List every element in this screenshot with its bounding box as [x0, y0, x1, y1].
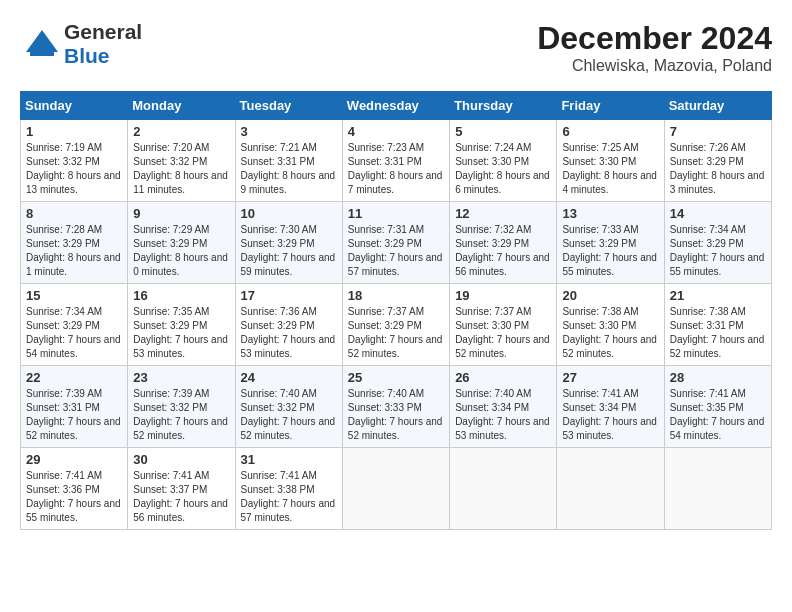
day-cell-16: 16 Sunrise: 7:35 AMSunset: 3:29 PMDaylig…	[128, 284, 235, 366]
col-header-wednesday: Wednesday	[342, 92, 449, 120]
day-info: Sunrise: 7:37 AMSunset: 3:30 PMDaylight:…	[455, 306, 550, 359]
day-info: Sunrise: 7:37 AMSunset: 3:29 PMDaylight:…	[348, 306, 443, 359]
day-cell-7: 7 Sunrise: 7:26 AMSunset: 3:29 PMDayligh…	[664, 120, 771, 202]
day-info: Sunrise: 7:29 AMSunset: 3:29 PMDaylight:…	[133, 224, 228, 277]
day-number: 11	[348, 206, 444, 221]
empty-cell	[342, 448, 449, 530]
day-number: 29	[26, 452, 122, 467]
day-cell-15: 15 Sunrise: 7:34 AMSunset: 3:29 PMDaylig…	[21, 284, 128, 366]
day-cell-24: 24 Sunrise: 7:40 AMSunset: 3:32 PMDaylig…	[235, 366, 342, 448]
day-cell-22: 22 Sunrise: 7:39 AMSunset: 3:31 PMDaylig…	[21, 366, 128, 448]
empty-cell	[557, 448, 664, 530]
logo-blue: Blue	[64, 44, 110, 68]
day-cell-19: 19 Sunrise: 7:37 AMSunset: 3:30 PMDaylig…	[450, 284, 557, 366]
day-number: 31	[241, 452, 337, 467]
day-number: 18	[348, 288, 444, 303]
day-number: 8	[26, 206, 122, 221]
logo: General Blue	[20, 20, 142, 68]
day-cell-17: 17 Sunrise: 7:36 AMSunset: 3:29 PMDaylig…	[235, 284, 342, 366]
day-number: 6	[562, 124, 658, 139]
day-info: Sunrise: 7:34 AMSunset: 3:29 PMDaylight:…	[670, 224, 765, 277]
day-cell-6: 6 Sunrise: 7:25 AMSunset: 3:30 PMDayligh…	[557, 120, 664, 202]
day-number: 20	[562, 288, 658, 303]
day-number: 17	[241, 288, 337, 303]
day-info: Sunrise: 7:35 AMSunset: 3:29 PMDaylight:…	[133, 306, 228, 359]
day-number: 27	[562, 370, 658, 385]
day-number: 16	[133, 288, 229, 303]
day-info: Sunrise: 7:41 AMSunset: 3:37 PMDaylight:…	[133, 470, 228, 523]
calendar-table: SundayMondayTuesdayWednesdayThursdayFrid…	[20, 91, 772, 530]
col-header-sunday: Sunday	[21, 92, 128, 120]
day-number: 28	[670, 370, 766, 385]
day-cell-1: 1 Sunrise: 7:19 AMSunset: 3:32 PMDayligh…	[21, 120, 128, 202]
day-number: 13	[562, 206, 658, 221]
day-number: 30	[133, 452, 229, 467]
empty-cell	[450, 448, 557, 530]
day-cell-20: 20 Sunrise: 7:38 AMSunset: 3:30 PMDaylig…	[557, 284, 664, 366]
calendar-header-row: SundayMondayTuesdayWednesdayThursdayFrid…	[21, 92, 772, 120]
week-row-3: 15 Sunrise: 7:34 AMSunset: 3:29 PMDaylig…	[21, 284, 772, 366]
day-number: 1	[26, 124, 122, 139]
day-cell-23: 23 Sunrise: 7:39 AMSunset: 3:32 PMDaylig…	[128, 366, 235, 448]
day-number: 15	[26, 288, 122, 303]
day-number: 23	[133, 370, 229, 385]
day-info: Sunrise: 7:28 AMSunset: 3:29 PMDaylight:…	[26, 224, 121, 277]
month-title: December 2024	[537, 20, 772, 57]
day-info: Sunrise: 7:31 AMSunset: 3:29 PMDaylight:…	[348, 224, 443, 277]
day-info: Sunrise: 7:24 AMSunset: 3:30 PMDaylight:…	[455, 142, 550, 195]
day-info: Sunrise: 7:38 AMSunset: 3:31 PMDaylight:…	[670, 306, 765, 359]
day-cell-27: 27 Sunrise: 7:41 AMSunset: 3:34 PMDaylig…	[557, 366, 664, 448]
day-cell-26: 26 Sunrise: 7:40 AMSunset: 3:34 PMDaylig…	[450, 366, 557, 448]
day-number: 9	[133, 206, 229, 221]
day-cell-25: 25 Sunrise: 7:40 AMSunset: 3:33 PMDaylig…	[342, 366, 449, 448]
day-cell-11: 11 Sunrise: 7:31 AMSunset: 3:29 PMDaylig…	[342, 202, 449, 284]
day-info: Sunrise: 7:38 AMSunset: 3:30 PMDaylight:…	[562, 306, 657, 359]
col-header-thursday: Thursday	[450, 92, 557, 120]
col-header-monday: Monday	[128, 92, 235, 120]
empty-cell	[664, 448, 771, 530]
day-number: 22	[26, 370, 122, 385]
day-info: Sunrise: 7:40 AMSunset: 3:32 PMDaylight:…	[241, 388, 336, 441]
day-number: 25	[348, 370, 444, 385]
day-cell-8: 8 Sunrise: 7:28 AMSunset: 3:29 PMDayligh…	[21, 202, 128, 284]
day-info: Sunrise: 7:39 AMSunset: 3:31 PMDaylight:…	[26, 388, 121, 441]
day-number: 12	[455, 206, 551, 221]
day-cell-18: 18 Sunrise: 7:37 AMSunset: 3:29 PMDaylig…	[342, 284, 449, 366]
day-cell-3: 3 Sunrise: 7:21 AMSunset: 3:31 PMDayligh…	[235, 120, 342, 202]
day-cell-31: 31 Sunrise: 7:41 AMSunset: 3:38 PMDaylig…	[235, 448, 342, 530]
location-title: Chlewiska, Mazovia, Poland	[537, 57, 772, 75]
day-info: Sunrise: 7:33 AMSunset: 3:29 PMDaylight:…	[562, 224, 657, 277]
day-number: 24	[241, 370, 337, 385]
day-cell-2: 2 Sunrise: 7:20 AMSunset: 3:32 PMDayligh…	[128, 120, 235, 202]
day-cell-29: 29 Sunrise: 7:41 AMSunset: 3:36 PMDaylig…	[21, 448, 128, 530]
day-info: Sunrise: 7:34 AMSunset: 3:29 PMDaylight:…	[26, 306, 121, 359]
day-info: Sunrise: 7:25 AMSunset: 3:30 PMDaylight:…	[562, 142, 657, 195]
day-info: Sunrise: 7:20 AMSunset: 3:32 PMDaylight:…	[133, 142, 228, 195]
day-info: Sunrise: 7:30 AMSunset: 3:29 PMDaylight:…	[241, 224, 336, 277]
day-number: 5	[455, 124, 551, 139]
col-header-tuesday: Tuesday	[235, 92, 342, 120]
col-header-friday: Friday	[557, 92, 664, 120]
day-cell-10: 10 Sunrise: 7:30 AMSunset: 3:29 PMDaylig…	[235, 202, 342, 284]
svg-rect-1	[30, 50, 54, 56]
week-row-2: 8 Sunrise: 7:28 AMSunset: 3:29 PMDayligh…	[21, 202, 772, 284]
day-cell-13: 13 Sunrise: 7:33 AMSunset: 3:29 PMDaylig…	[557, 202, 664, 284]
day-info: Sunrise: 7:41 AMSunset: 3:35 PMDaylight:…	[670, 388, 765, 441]
day-number: 19	[455, 288, 551, 303]
day-cell-12: 12 Sunrise: 7:32 AMSunset: 3:29 PMDaylig…	[450, 202, 557, 284]
day-cell-14: 14 Sunrise: 7:34 AMSunset: 3:29 PMDaylig…	[664, 202, 771, 284]
col-header-saturday: Saturday	[664, 92, 771, 120]
day-info: Sunrise: 7:41 AMSunset: 3:36 PMDaylight:…	[26, 470, 121, 523]
day-number: 7	[670, 124, 766, 139]
day-cell-28: 28 Sunrise: 7:41 AMSunset: 3:35 PMDaylig…	[664, 366, 771, 448]
week-row-4: 22 Sunrise: 7:39 AMSunset: 3:31 PMDaylig…	[21, 366, 772, 448]
day-number: 26	[455, 370, 551, 385]
day-cell-9: 9 Sunrise: 7:29 AMSunset: 3:29 PMDayligh…	[128, 202, 235, 284]
day-number: 4	[348, 124, 444, 139]
day-info: Sunrise: 7:40 AMSunset: 3:34 PMDaylight:…	[455, 388, 550, 441]
logo-icon	[20, 22, 64, 66]
day-number: 3	[241, 124, 337, 139]
logo-general: General	[64, 20, 142, 44]
day-number: 14	[670, 206, 766, 221]
day-info: Sunrise: 7:19 AMSunset: 3:32 PMDaylight:…	[26, 142, 121, 195]
